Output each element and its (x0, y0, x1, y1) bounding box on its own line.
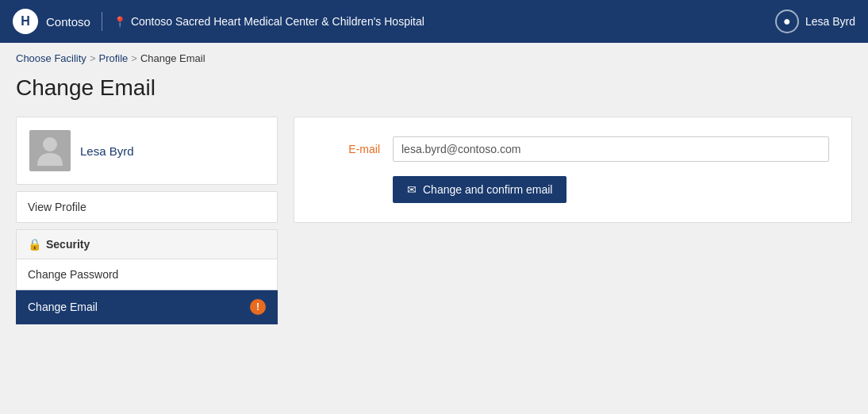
breadcrumb: Choose Facility > Profile > Change Email (16, 52, 852, 64)
view-profile-label: View Profile (28, 201, 86, 213)
content-area: Lesa Byrd View Profile 🔒 Security Change… (16, 117, 852, 324)
breadcrumb-sep-2: > (131, 52, 137, 64)
breadcrumb-profile[interactable]: Profile (98, 52, 128, 64)
sidebar: Lesa Byrd View Profile 🔒 Security Change… (16, 117, 278, 324)
info-icon: ! (250, 299, 266, 315)
form-area: E-mail ✉ Change and confirm email (294, 117, 852, 223)
sidebar-item-change-password[interactable]: Change Password (16, 259, 278, 290)
sidebar-security-header: 🔒 Security (16, 229, 278, 259)
user-avatar-icon: ● (775, 10, 799, 33)
svg-point-0 (43, 137, 57, 151)
confirm-button-label: Change and confirm email (423, 183, 552, 196)
breadcrumb-choose-facility[interactable]: Choose Facility (16, 52, 86, 64)
security-label: Security (46, 238, 90, 251)
page-wrapper: Choose Facility > Profile > Change Email… (0, 43, 868, 414)
header-divider (102, 12, 102, 31)
page-title: Change Email (16, 75, 852, 101)
sidebar-user-name: Lesa Byrd (80, 144, 134, 158)
app-header: H Contoso 📍 Contoso Sacred Heart Medical… (0, 0, 868, 43)
change-email-label: Change Email (28, 301, 98, 313)
email-row: E-mail (317, 136, 829, 162)
sidebar-item-view-profile[interactable]: View Profile (16, 191, 278, 223)
sidebar-item-change-email[interactable]: Change Email ! (16, 290, 278, 324)
breadcrumb-current: Change Email (140, 52, 205, 64)
location-icon: 📍 (113, 16, 126, 28)
header-right: ● Lesa Byrd (775, 10, 855, 33)
breadcrumb-sep-1: > (90, 52, 96, 64)
user-card: Lesa Byrd (16, 117, 278, 185)
org-name: Contoso (46, 15, 90, 29)
lock-icon: 🔒 (28, 238, 41, 251)
email-label: E-mail (317, 143, 380, 155)
email-input[interactable] (393, 136, 829, 162)
header-username: Lesa Byrd (805, 15, 855, 28)
confirm-email-button[interactable]: ✉ Change and confirm email (393, 176, 567, 203)
user-avatar-placeholder (29, 130, 71, 171)
logo-icon: H (13, 9, 38, 34)
form-actions: ✉ Change and confirm email (393, 176, 829, 203)
change-password-label: Change Password (28, 268, 118, 281)
facility-info: 📍 Contoso Sacred Heart Medical Center & … (113, 15, 424, 28)
facility-name: Contoso Sacred Heart Medical Center & Ch… (131, 15, 424, 28)
email-button-icon: ✉ (407, 183, 417, 196)
